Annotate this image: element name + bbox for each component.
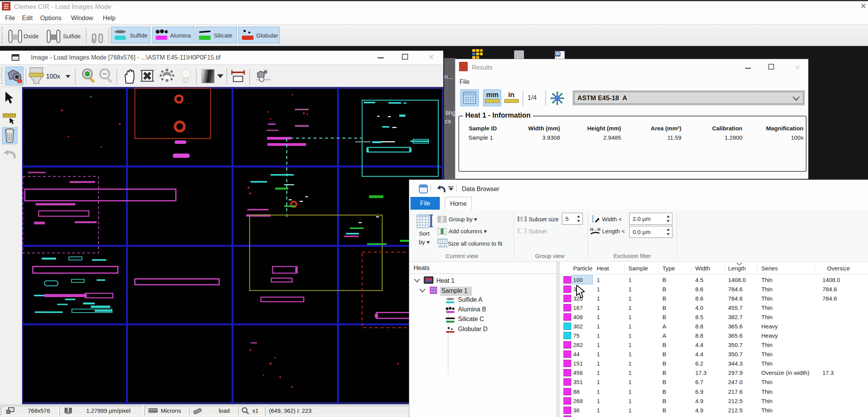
svg-text:¶: ¶ xyxy=(521,217,523,221)
svg-text:H↔H: H↔H xyxy=(590,227,600,232)
